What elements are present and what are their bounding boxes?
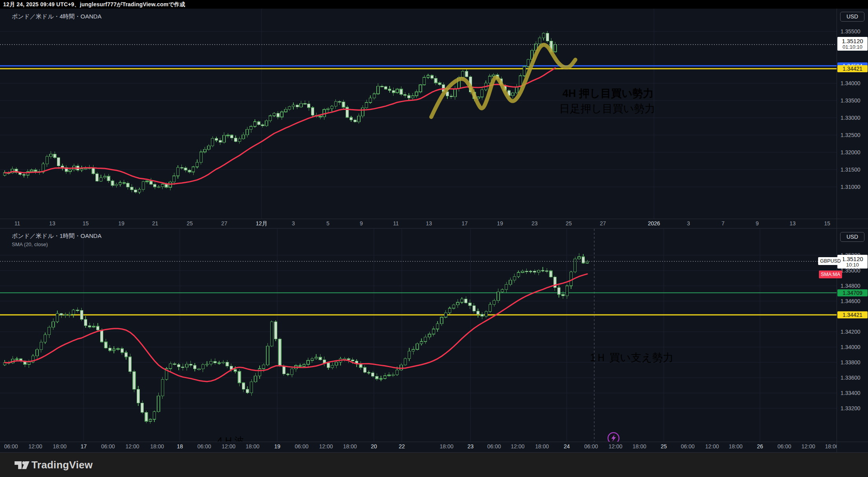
time-tick-label: 18:00 (729, 443, 742, 450)
currency-toggle-usd-top[interactable]: USD (840, 12, 864, 22)
time-tick-label: 27 (221, 220, 227, 227)
panel-1h-chart[interactable]: 1Ｈ 買い支え勢力 4 H 波 (0, 229, 837, 442)
indicator-label-sma[interactable]: SMA (20, close) (12, 241, 101, 247)
candle-body (481, 314, 483, 316)
tradingview-logo-icon[interactable] (13, 458, 31, 472)
candle-body (103, 176, 106, 177)
candle-body (327, 109, 330, 110)
candle-body (335, 362, 338, 366)
price-tick-label: 1.33600 (841, 375, 861, 381)
time-tick-label: 5 (326, 220, 330, 227)
candle-body (546, 270, 548, 271)
annotation-1h-support[interactable]: 1Ｈ 買い支え勢力 (590, 351, 674, 365)
symbol-tag-gbpusd[interactable]: GBPUSD (818, 257, 843, 265)
candlestick-chart-1h[interactable] (0, 229, 837, 442)
candle-body (323, 360, 326, 363)
candle-body (198, 369, 200, 370)
annotation-4h-wave-clipped[interactable]: 4 H 波 (217, 435, 244, 442)
candle-body (250, 126, 253, 130)
candle-body (238, 371, 241, 383)
candle-body (130, 187, 133, 190)
candle-body (351, 360, 354, 361)
candle-body (57, 157, 60, 166)
time-tick-label: 12:00 (222, 443, 235, 450)
symbol-title-1h-text: ポンド／米ドル・1時間・OANDA (12, 232, 101, 240)
candle-body (206, 364, 209, 365)
candle-body (154, 185, 156, 187)
symbol-title-4h[interactable]: ポンド／米ドル・4時間・OANDA (12, 13, 101, 20)
candle-body (104, 342, 107, 348)
candle-body (242, 383, 245, 389)
annotation-daily-buyers[interactable]: 日足押し目買い勢力 (559, 102, 655, 116)
candle-body (44, 335, 47, 342)
candle-body (287, 374, 289, 375)
candle-body (177, 364, 180, 367)
time-tick-label: 12:00 (319, 443, 333, 450)
time-tick-label: 25 (187, 220, 193, 227)
current-price-label-4h: 1.35120 01:10:10 (837, 37, 868, 51)
candle-body (424, 337, 427, 342)
candle-body (266, 346, 269, 365)
candle-body (169, 364, 172, 369)
price-tick-label: 1.34600 (841, 298, 861, 304)
annotation-4h-buyers[interactable]: 4H 押し目買い勢力 (562, 86, 654, 101)
candle-body (125, 353, 128, 357)
time-tick-label: 18:00 (439, 443, 453, 450)
time-tick-label: 17 (81, 443, 87, 450)
currency-toggle-usd-bottom[interactable]: USD (840, 232, 864, 242)
candle-body (511, 93, 514, 96)
candle-body (226, 362, 229, 366)
time-tick-label: 12:00 (125, 443, 139, 450)
candle-body (254, 376, 257, 382)
candle-body (384, 376, 386, 378)
sma-line[interactable] (5, 68, 555, 184)
tradingview-brand-text[interactable]: TradingView (31, 459, 93, 471)
panel-4h-chart[interactable]: 4H 押し目買い勢力 日足押し目買い勢力 (0, 9, 837, 219)
candle-body (238, 139, 241, 141)
candle-body (432, 329, 435, 334)
panel-divider-3 (0, 442, 868, 442)
time-axis-4h[interactable]: 1113151921252712月35911131719232527202637… (0, 219, 837, 228)
candle-body (161, 379, 164, 396)
candle-body (92, 326, 95, 327)
candle-body (574, 259, 577, 272)
price-tick-label: 1.33800 (841, 359, 861, 366)
price-axis-column[interactable]: 1.355001.340001.335001.330001.325001.320… (837, 9, 868, 452)
candle-body (60, 314, 63, 315)
candle-body (525, 271, 528, 272)
candle-body (412, 349, 415, 351)
time-tick-label: 12:00 (801, 443, 815, 450)
candle-body (117, 349, 119, 349)
candle-body (546, 33, 549, 41)
sma-tag[interactable]: SMA:MA (819, 270, 842, 278)
time-tick-label: 15 (82, 220, 89, 227)
candle-body (68, 314, 71, 315)
bar-countdown-4h: 01:10:10 (837, 44, 868, 50)
symbol-title-1h[interactable]: ポンド／米ドル・1時間・OANDA SMA (20, close) (12, 232, 101, 247)
candle-body (307, 360, 309, 364)
candle-body (430, 75, 433, 79)
candle-body (265, 121, 268, 126)
candle-body (200, 152, 202, 163)
time-axis-1h[interactable]: 06:0012:0018:001706:0012:0018:001806:001… (0, 442, 837, 452)
candle-body (23, 174, 26, 175)
candlestick-chart-4h[interactable] (0, 9, 837, 219)
candle-body (254, 122, 256, 126)
candle-body (481, 90, 483, 97)
candle-body (133, 372, 136, 389)
candle-body (365, 102, 368, 108)
lightning-event-icon[interactable] (606, 431, 621, 442)
time-tick-label: 06:00 (487, 443, 501, 450)
time-tick-label: 18:00 (343, 443, 357, 450)
time-tick-label: 11 (393, 220, 399, 227)
candle-body (501, 290, 504, 292)
candle-body (444, 313, 447, 317)
panel-divider-2[interactable] (0, 228, 868, 228)
candle-body (177, 168, 179, 176)
candle-body (368, 372, 370, 373)
chart-page: 12月 24, 2025 09:49 UTC+9、junglesurf777がT… (0, 0, 868, 477)
candle-body (107, 176, 110, 181)
candle-body (515, 87, 518, 93)
brush-drawing-wave[interactable] (431, 45, 575, 117)
candle-body (472, 305, 475, 311)
